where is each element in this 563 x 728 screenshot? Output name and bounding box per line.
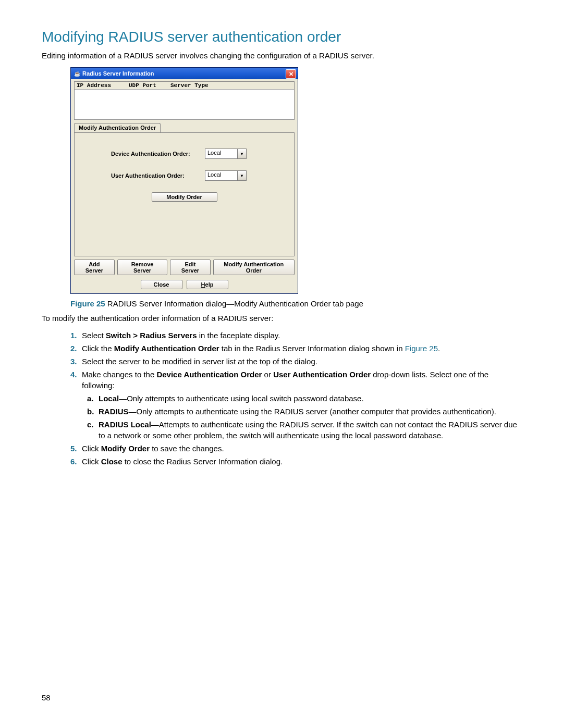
substep-text: RADIUS Local—Attempts to authenticate us…: [99, 419, 521, 441]
figure-label: Figure 25: [70, 299, 105, 308]
step-text: Select the server to be modified in serv…: [82, 356, 521, 367]
remove-server-button[interactable]: Remove Server: [117, 260, 168, 275]
dialog-titlebar: ☕ Radius Server Information ✕: [71, 68, 298, 79]
close-button[interactable]: Close: [141, 280, 182, 289]
step-text: Select Switch > Radius Servers in the fa…: [82, 330, 521, 341]
server-list-header: IP Address UDP Port Server Type: [75, 82, 294, 90]
col-type: Server Type: [170, 82, 292, 89]
modify-order-button[interactable]: Modify Order: [152, 192, 217, 202]
step-number: 3.: [70, 356, 82, 367]
substep-letter: b.: [87, 406, 99, 417]
col-port: UDP Port: [129, 82, 170, 89]
section-heading: Modifying RADIUS server authentication o…: [42, 29, 521, 45]
step-number: 1.: [70, 330, 82, 341]
close-icon[interactable]: ✕: [286, 69, 296, 79]
intro-paragraph: Editing information of a RADIUS server i…: [42, 51, 521, 61]
device-auth-dropdown[interactable]: Local ▼: [205, 149, 247, 159]
server-list[interactable]: IP Address UDP Port Server Type: [74, 81, 295, 120]
col-ip: IP Address: [77, 82, 129, 89]
device-auth-label: Device Authentication Order:: [111, 151, 205, 157]
user-auth-label: User Authentication Order:: [111, 172, 205, 179]
step-number: 4.: [70, 369, 82, 391]
user-auth-value: Local: [205, 171, 237, 180]
app-icon: ☕: [74, 71, 80, 77]
figure-link[interactable]: Figure 25: [405, 344, 438, 353]
radius-dialog: ☕ Radius Server Information ✕ IP Address…: [70, 67, 298, 294]
step-text: Click Close to close the Radius Server I…: [82, 456, 521, 467]
tab-modify-auth-order[interactable]: Modify Authentication Order: [74, 123, 161, 132]
auth-order-panel: Device Authentication Order: Local ▼ Use…: [74, 132, 295, 256]
device-auth-value: Local: [205, 149, 237, 158]
substep-letter: c.: [87, 419, 99, 441]
step-text: Click the Modify Authentication Order ta…: [82, 343, 521, 354]
modify-auth-order-button[interactable]: Modify Authentication Order: [213, 260, 295, 275]
help-button[interactable]: Help: [187, 280, 228, 289]
chevron-down-icon: ▼: [237, 171, 246, 180]
figure-caption: Figure 25 RADIUS Server Information dial…: [70, 299, 521, 308]
chevron-down-icon: ▼: [237, 149, 246, 158]
dialog-title: Radius Server Information: [82, 70, 154, 77]
substep-text: RADIUS—Only attempts to authenticate usi…: [99, 406, 521, 417]
add-server-button[interactable]: Add Server: [74, 260, 115, 275]
substep-text: Local—Only attempts to authenticate usin…: [99, 393, 521, 404]
step-text: Make changes to the Device Authenticatio…: [82, 369, 521, 391]
step-number: 6.: [70, 456, 82, 467]
step-text: Click Modify Order to save the changes.: [82, 443, 521, 454]
user-auth-dropdown[interactable]: Local ▼: [205, 170, 247, 181]
page-number: 58: [42, 693, 51, 702]
edit-server-button[interactable]: Edit Server: [170, 260, 210, 275]
step-number: 5.: [70, 443, 82, 454]
lead-paragraph: To modify the authentication order infor…: [42, 313, 521, 324]
step-number: 2.: [70, 343, 82, 354]
substep-letter: a.: [87, 393, 99, 404]
